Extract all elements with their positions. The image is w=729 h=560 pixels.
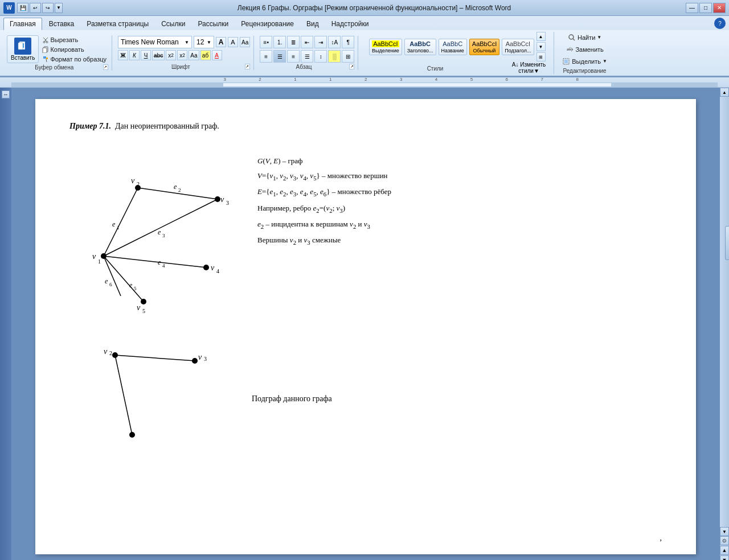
svg-rect-7: [43, 56, 46, 59]
show-marks-button[interactable]: ¶: [342, 36, 354, 48]
style-highlight[interactable]: AaBbCcI Выделение: [369, 39, 402, 55]
help-button[interactable]: ?: [714, 18, 726, 29]
font-name-value: Times New Roman: [121, 38, 179, 46]
qa-dropdown-button[interactable]: ▼: [55, 3, 63, 13]
style-normal[interactable]: AaBbCcI Обычный: [469, 39, 499, 55]
font-shrink-button[interactable]: A: [228, 37, 238, 47]
tab-page-layout[interactable]: Разметка страницы: [81, 18, 154, 30]
right-scrollbar: ▲ ▼ ⊙ ▲ ▼: [720, 88, 729, 560]
subscript-button[interactable]: x2: [166, 50, 176, 60]
select-browse-button[interactable]: ⊙: [720, 536, 729, 545]
svg-text:e: e: [174, 183, 177, 191]
change-styles-button[interactable]: A↓ Изменить стили▼: [507, 61, 550, 74]
tab-review[interactable]: Рецензирование: [235, 18, 300, 30]
italic-button[interactable]: К: [129, 50, 140, 60]
format-painter-button[interactable]: Формат по образцу: [40, 55, 108, 63]
tab-addins[interactable]: Надстройки: [326, 18, 375, 30]
font-size-selector[interactable]: 12 ▼: [194, 36, 214, 48]
close-button[interactable]: ✕: [713, 3, 726, 13]
document-page: Пример 7.1. Дан неориентированный граф.: [35, 99, 696, 554]
cut-button[interactable]: Вырезать: [40, 36, 108, 44]
prev-page-button[interactable]: ▲: [720, 546, 729, 555]
font-grow-button[interactable]: A: [216, 37, 226, 47]
align-left-button[interactable]: ≡: [260, 50, 272, 63]
strikethrough-button[interactable]: abc: [152, 50, 165, 60]
info-line-1: G(V, E) – граф: [257, 154, 391, 168]
tab-references[interactable]: Ссылки: [155, 18, 191, 30]
format-row: Ж К Ч abc x2 x2 Аа аб А: [118, 50, 222, 60]
scroll-thumb[interactable]: [725, 226, 729, 260]
styles-group-label: Стили: [364, 65, 506, 72]
tab-view[interactable]: Вид: [301, 18, 325, 30]
line-spacing-button[interactable]: ↕: [314, 50, 327, 63]
ruler-toggle-button[interactable]: ↔: [2, 90, 10, 98]
svg-text:2: 2: [109, 350, 112, 356]
copy-button[interactable]: Копировать: [40, 46, 108, 53]
bullets-button[interactable]: ≡•: [260, 36, 272, 48]
clipboard-expand-icon[interactable]: ↗: [103, 64, 108, 70]
ribbon-tab-bar: Главная Вставка Разметка страницы Ссылки…: [0, 16, 729, 30]
bold-button[interactable]: Ж: [118, 50, 128, 60]
increase-indent-button[interactable]: ⇥: [314, 36, 327, 48]
font-name-dropdown-icon[interactable]: ▼: [185, 40, 189, 45]
paste-icon: [14, 38, 31, 55]
numbering-button[interactable]: 1.: [273, 36, 286, 48]
sort-button[interactable]: ↕A: [328, 36, 341, 48]
tab-mailings[interactable]: Рассылки: [192, 18, 234, 30]
copy-label: Копировать: [50, 46, 84, 53]
shading-button[interactable]: ░: [328, 50, 341, 63]
paste-button[interactable]: Вставить: [7, 35, 39, 63]
paragraph-expand-icon[interactable]: ↗: [349, 64, 354, 69]
justify-button[interactable]: ☰: [301, 50, 313, 63]
subgraph-label: Подграф данного графа: [252, 394, 332, 403]
select-button[interactable]: Выделить ▼: [560, 56, 609, 67]
maximize-button[interactable]: □: [699, 3, 712, 13]
minimize-button[interactable]: —: [686, 3, 698, 13]
borders-button[interactable]: ⊞: [342, 50, 354, 63]
find-dropdown-icon: ▼: [597, 35, 601, 40]
align-right-button[interactable]: ≡: [287, 50, 300, 63]
decrease-indent-button[interactable]: ⇤: [301, 36, 313, 48]
style-subtitle[interactable]: AaBbCcI Подзагол...: [502, 39, 534, 55]
cut-label: Вырезать: [50, 36, 78, 43]
style-title[interactable]: AaBbC Название: [439, 39, 467, 55]
style-heading1[interactable]: AaBbC Заголово...: [404, 39, 436, 55]
svg-line-47: [115, 355, 132, 435]
info-line-6: Вершины v2 и v3 смежные: [257, 233, 391, 249]
redo-quick-button[interactable]: ↪: [42, 3, 54, 13]
document-area[interactable]: Пример 7.1. Дан неориентированный граф.: [11, 88, 720, 560]
find-button[interactable]: Найти ▼: [566, 32, 604, 43]
superscript-button[interactable]: x2: [177, 50, 187, 60]
styles-nav: ▲ ▼ ⊞: [536, 32, 546, 61]
styles-more-button[interactable]: ⊞: [536, 52, 546, 61]
font-name-selector[interactable]: Times New Roman ▼: [118, 36, 192, 48]
ruler-bar: 3 2 1 1 2 3 4 5 6 7 8: [0, 77, 729, 87]
svg-point-3: [43, 41, 45, 43]
change-case-button[interactable]: Аа: [189, 50, 199, 60]
replace-button[interactable]: аб Заменить: [563, 44, 605, 55]
undo-quick-button[interactable]: ↩: [30, 3, 41, 13]
info-line-4: Например, ребро e2=(v2; v3): [257, 201, 391, 217]
tab-home[interactable]: Главная: [3, 18, 42, 30]
multilevel-button[interactable]: ≣: [287, 36, 300, 48]
underline-button[interactable]: Ч: [141, 50, 151, 60]
next-page-button[interactable]: ▼: [720, 555, 729, 560]
font-expand-icon[interactable]: ↗: [245, 64, 251, 69]
clear-format-button[interactable]: Aa: [240, 37, 250, 47]
svg-text:e: e: [105, 277, 108, 285]
styles-up-button[interactable]: ▲: [536, 32, 546, 41]
highlight-button[interactable]: аб: [200, 50, 211, 60]
find-label: Найти: [578, 34, 595, 41]
font-size-dropdown-icon[interactable]: ▼: [207, 40, 211, 45]
align-center-button[interactable]: ☰: [273, 50, 286, 63]
scroll-up-button[interactable]: ▲: [720, 88, 729, 97]
font-color-button[interactable]: А: [212, 50, 222, 60]
example-title: Пример 7.1. Дан неориентированный граф.: [69, 122, 662, 131]
save-quick-button[interactable]: 💾: [17, 3, 28, 13]
styles-group: AaBbCcI Выделение AaBbC Заголово... AaBb…: [361, 32, 554, 74]
styles-down-button[interactable]: ▼: [536, 42, 546, 51]
svg-text:v: v: [211, 263, 215, 272]
scroll-down-button[interactable]: ▼: [720, 527, 729, 536]
tab-insert[interactable]: Вставка: [43, 18, 80, 30]
styles-content: AaBbCcI Выделение AaBbC Заголово... AaBb…: [369, 32, 546, 61]
